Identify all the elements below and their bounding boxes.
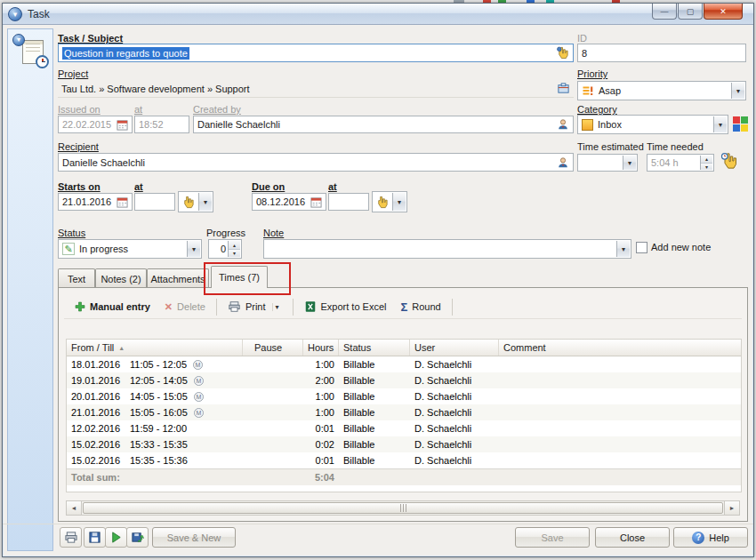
recipient-input[interactable]: Danielle Schaelchli [58, 153, 574, 172]
minimize-button[interactable]: — [652, 4, 677, 20]
project-label: Project [58, 68, 88, 79]
project-value: Tau Ltd. » Software development » Suppor… [61, 84, 250, 94]
calendar-icon[interactable] [117, 119, 128, 131]
save-new-button[interactable]: Save & New [152, 527, 236, 548]
due-on-input[interactable]: 08.12.2016 [252, 193, 326, 211]
plus-icon [75, 301, 85, 312]
printer-icon [228, 300, 241, 313]
time-needed-stepper[interactable]: ▴ ▾ [700, 156, 712, 170]
dropdown-icon[interactable]: ▾ [187, 241, 200, 257]
created-by-label: Created by [193, 104, 241, 115]
save-close-icon-button[interactable] [126, 527, 149, 548]
starts-on-input[interactable]: 21.01.2016 [58, 193, 133, 211]
tab-attachments[interactable]: Attachments [147, 268, 209, 288]
note-label: Note [263, 228, 284, 238]
issued-at-input[interactable]: 18:52 [134, 116, 189, 133]
col-hours[interactable]: Hours [303, 340, 339, 356]
tab-notes[interactable]: Notes (2) [95, 268, 147, 288]
help-button[interactable]: ? Help [673, 527, 748, 548]
starts-at-input[interactable] [134, 193, 175, 211]
priority-select[interactable]: Asap ▾ [577, 81, 746, 100]
table-row[interactable]: 19.01.201612:05 - 14:05M 2:00 Billable D… [67, 372, 741, 388]
table-row[interactable]: 21.01.201615:05 - 16:05M 1:00 Billable D… [67, 404, 741, 420]
col-comment[interactable]: Comment [499, 340, 741, 356]
scroll-thumb[interactable] [83, 502, 723, 514]
save-button[interactable]: Save [515, 527, 590, 548]
insert-hand-icon[interactable] [556, 46, 569, 60]
spin-up-icon[interactable]: ▴ [229, 241, 240, 250]
progress-stepper[interactable]: 0 ▴ ▾ [208, 239, 242, 259]
time-needed-input[interactable]: 5:04 h ▴ ▾ [647, 154, 714, 172]
delete-button[interactable]: ✕ Delete [157, 298, 213, 316]
close-button[interactable]: ✕ [704, 4, 743, 20]
horizontal-scrollbar[interactable]: ◄ ► [66, 500, 740, 516]
category-select[interactable]: Inbox ▾ [577, 115, 728, 134]
close-button-footer[interactable]: Close [595, 527, 670, 548]
time-estimated-select[interactable]: ▾ [577, 154, 638, 172]
maximize-button[interactable]: ▢ [678, 4, 703, 20]
status-select[interactable]: ✎ In progress ▾ [58, 239, 202, 259]
col-status[interactable]: Status [339, 340, 410, 356]
total-hours: 5:04 [303, 472, 339, 483]
save-icon-button[interactable] [84, 527, 106, 548]
spin-up-icon[interactable]: ▴ [701, 156, 712, 164]
progress-spin[interactable]: ▴ ▾ [228, 241, 240, 257]
dropdown-icon[interactable]: ▾ [392, 193, 406, 211]
table-row[interactable]: 18.01.201611:05 - 12:05M 1:00 Billable D… [67, 356, 741, 372]
table-row[interactable]: 12.02.201611:59 - 12:00 0:01 Billable D.… [67, 420, 741, 436]
priority-icon [582, 84, 594, 97]
dropdown-icon[interactable]: ▾ [731, 83, 744, 99]
tab-times[interactable]: Times (7) [211, 266, 268, 288]
round-button[interactable]: Σ Round [394, 297, 448, 317]
run-icon-button[interactable] [105, 527, 127, 548]
due-quick-date-button[interactable]: ▾ [372, 191, 407, 212]
project-field[interactable]: Tau Ltd. » Software development » Suppor… [58, 80, 574, 98]
col-pause[interactable]: Pause [243, 340, 303, 356]
add-note-label[interactable]: Add new note [651, 242, 711, 252]
note-select[interactable]: ▾ [263, 239, 631, 259]
time-hand-icon[interactable] [720, 152, 738, 172]
scroll-left-button[interactable]: ◄ [67, 501, 82, 515]
dropdown-icon[interactable]: ▾ [623, 156, 636, 170]
id-input[interactable]: 8 [577, 44, 746, 62]
subject-input[interactable]: Question in regards to quote [58, 44, 574, 62]
calendar-icon[interactable] [117, 196, 128, 208]
add-note-checkbox[interactable] [636, 242, 647, 253]
manual-entry-button[interactable]: Manual entry [68, 298, 157, 316]
table-row[interactable]: 20.01.201614:05 - 15:05M 1:00 Billable D… [67, 388, 741, 404]
scroll-track[interactable] [82, 501, 724, 515]
titlebar[interactable]: ▾ Task — ▢ ✕ [3, 4, 753, 25]
due-at-input[interactable] [328, 193, 369, 211]
table-row[interactable]: ▍ 15.02.201615:33 - 15:35 0:02 Billable … [67, 436, 741, 452]
person-icon[interactable] [557, 118, 569, 131]
scroll-right-button[interactable]: ► [724, 501, 739, 515]
spin-down-icon[interactable]: ▾ [701, 164, 712, 171]
floppy-arrow-icon [131, 531, 144, 544]
toolbar-separator [452, 299, 453, 316]
issued-on-input[interactable]: 22.02.2015 [58, 116, 133, 133]
dropdown-icon[interactable]: ▾ [713, 116, 727, 132]
row-flag: ▍ [66, 438, 68, 450]
table-row[interactable]: ▍ 15.02.201615:35 - 15:36 0:01 Billable … [67, 452, 741, 468]
dropdown-icon[interactable]: ▾ [198, 193, 212, 211]
export-excel-button[interactable]: Export to Excel [297, 297, 394, 316]
print-button[interactable]: Print ▾ [221, 297, 289, 316]
tab-text[interactable]: Text [58, 268, 95, 288]
modified-marker: M [194, 376, 204, 386]
spin-down-icon[interactable]: ▾ [229, 250, 240, 258]
created-by-input[interactable]: Danielle Schaelchli [193, 116, 574, 133]
project-picker-icon[interactable] [557, 82, 570, 95]
person-icon[interactable] [557, 156, 569, 169]
col-from-till[interactable]: From / Till ▲ [67, 340, 243, 356]
time-estimated-label: Time estimated [577, 141, 644, 152]
modified-marker: M [194, 408, 204, 418]
toolbar-separator [293, 299, 294, 316]
created-by-value: Danielle Schaelchli [197, 119, 280, 130]
dropdown-icon[interactable]: ▾ [616, 241, 630, 257]
color-palette-icon[interactable] [733, 116, 749, 132]
calendar-icon[interactable] [310, 196, 322, 208]
col-user[interactable]: User [410, 340, 499, 356]
starts-quick-date-button[interactable]: ▾ [178, 191, 213, 212]
print-icon-button[interactable] [60, 527, 82, 548]
print-dropdown-icon[interactable]: ▾ [272, 303, 282, 311]
